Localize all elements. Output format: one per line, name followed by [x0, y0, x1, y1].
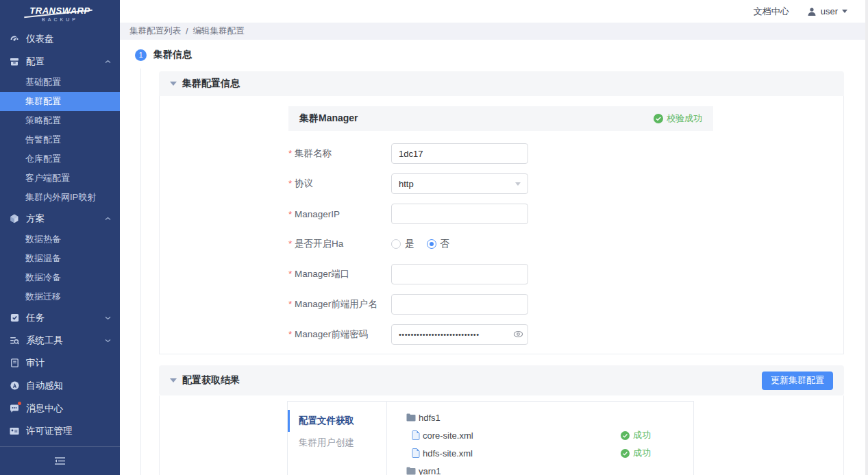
- sidebar-item-solution[interactable]: 方案: [0, 207, 120, 230]
- check-circle-icon: [621, 431, 630, 440]
- task-check-icon: [9, 313, 20, 324]
- docs-center-link[interactable]: 文档中心: [754, 5, 789, 18]
- update-cluster-config-button[interactable]: 更新集群配置: [762, 372, 833, 390]
- app-window: TRANSWARP BACKUP 仪表盘 配置 基础配置 集群配置 策略配置 告…: [0, 0, 868, 475]
- sidebar-item-label: 数据温备: [25, 252, 61, 265]
- sidebar-item-warm-backup[interactable]: 数据温备: [0, 249, 120, 268]
- sidebar-item-client-config[interactable]: 客户端配置: [0, 169, 120, 188]
- sidebar-item-label: 基础配置: [25, 76, 61, 88]
- sidebar-item-config[interactable]: 配置: [0, 50, 120, 73]
- breadcrumb-cluster-list[interactable]: 集群配置列表: [129, 25, 181, 37]
- manager-username-input[interactable]: [391, 294, 528, 315]
- check-circle-icon: [654, 114, 663, 123]
- license-card-icon: [9, 426, 20, 437]
- field-label: ManagerIP: [288, 209, 391, 219]
- file-icon: [412, 448, 420, 458]
- sidebar: TRANSWARP BACKUP 仪表盘 配置 基础配置 集群配置 策略配置 告…: [0, 0, 120, 475]
- chevron-down-icon[interactable]: [105, 339, 111, 343]
- step-number-badge: 1: [135, 49, 147, 61]
- radio-checked-icon: [427, 239, 436, 249]
- sidebar-collapse-button[interactable]: [0, 446, 120, 475]
- sidebar-item-hot-backup[interactable]: 数据热备: [0, 230, 120, 249]
- file-status: 成功: [621, 429, 651, 441]
- tools-icon: [9, 335, 20, 346]
- file-status: 成功: [621, 447, 651, 459]
- sidebar-item-basic-config[interactable]: 基础配置: [0, 73, 120, 92]
- ha-radio-no[interactable]: 否: [427, 238, 450, 250]
- breadcrumb-edit-cluster: 编辑集群配置: [193, 25, 244, 37]
- manager-port-input[interactable]: [391, 264, 528, 284]
- file-status-text: 成功: [633, 429, 651, 441]
- result-tab-list: 配置文件获取 集群用户创建: [288, 402, 387, 475]
- form-row-manager-password: Manager前端密码: [288, 324, 843, 345]
- config-file-tree: hdfs1 core-site.xml 成功: [387, 402, 693, 475]
- sidebar-item-repo-config[interactable]: 仓库配置: [0, 149, 120, 169]
- sidebar-item-label: 数据热备: [25, 233, 61, 245]
- sidebar-item-label: 审计: [26, 357, 45, 369]
- sidebar-item-cluster-config[interactable]: 集群配置: [0, 92, 120, 111]
- breadcrumb: 集群配置列表 / 编辑集群配置: [120, 23, 868, 40]
- sidebar-item-system-tools[interactable]: 系统工具: [0, 329, 120, 352]
- config-result-panel-header: 配置获取结果 更新集群配置: [159, 365, 844, 395]
- sidebar-item-label: 自动感知: [26, 380, 63, 392]
- validation-status-text: 校验成功: [667, 112, 702, 125]
- sidebar-item-label: 仓库配置: [25, 153, 61, 165]
- field-label: 协议: [288, 178, 391, 190]
- check-circle-icon: [621, 449, 630, 458]
- notification-badge: [18, 402, 21, 405]
- sidebar-item-label: 任务: [26, 312, 45, 324]
- cluster-name-input[interactable]: [391, 143, 528, 164]
- tab-config-file-fetch[interactable]: 配置文件获取: [288, 410, 386, 432]
- manager-ip-input[interactable]: [391, 204, 528, 224]
- tree-row-core-site[interactable]: core-site.xml 成功: [397, 426, 693, 444]
- config-result-panel-body: 配置文件获取 集群用户创建 hdfs1 core-site.: [159, 395, 844, 475]
- radio-unchecked-icon: [391, 239, 401, 249]
- sidebar-item-message-center[interactable]: 消息中心: [0, 397, 120, 419]
- form-row-ha: 是否开启Ha 是 否: [288, 234, 843, 254]
- radio-label: 是: [405, 238, 414, 250]
- eye-icon: [513, 329, 523, 339]
- breadcrumb-separator: /: [186, 27, 188, 36]
- sidebar-item-label: 方案: [26, 212, 45, 225]
- tree-row-hdfs-site[interactable]: hdfs-site.xml 成功: [397, 444, 693, 462]
- sidebar-item-label: 告警配置: [25, 134, 61, 146]
- user-menu[interactable]: user: [807, 6, 847, 16]
- ha-radio-yes[interactable]: 是: [391, 238, 414, 250]
- sidebar-item-audit[interactable]: 审计: [0, 352, 120, 374]
- manager-password-input[interactable]: [391, 324, 528, 345]
- collapse-caret-icon[interactable]: [170, 378, 177, 382]
- sidebar-item-alert-config[interactable]: 告警配置: [0, 130, 120, 149]
- field-label: Manager前端密码: [288, 328, 391, 341]
- user-avatar-icon: [807, 7, 817, 16]
- sidebar-item-dashboard[interactable]: 仪表盘: [0, 27, 120, 50]
- chevron-up-icon[interactable]: [105, 60, 111, 64]
- page-content: 1 集群信息 集群配置信息 集群Manager 校验成功: [120, 40, 868, 475]
- sidebar-item-label: 集群内外网IP映射: [25, 191, 96, 204]
- sidebar-item-label: 系统工具: [26, 334, 63, 347]
- vertical-scrollbar[interactable]: [865, 0, 868, 475]
- chevron-down-icon[interactable]: [105, 316, 111, 320]
- password-visibility-toggle[interactable]: [513, 329, 523, 339]
- sidebar-item-policy-config[interactable]: 策略配置: [0, 111, 120, 130]
- sidebar-item-data-migration[interactable]: 数据迁移: [0, 287, 120, 306]
- protocol-select-value: http: [399, 179, 414, 189]
- cube-icon: [9, 213, 20, 224]
- sidebar-item-auto-sense[interactable]: 自动感知: [0, 374, 120, 397]
- radio-label: 否: [441, 238, 450, 250]
- sidebar-item-license[interactable]: 许可证管理: [0, 419, 120, 442]
- chevron-up-icon[interactable]: [105, 217, 111, 221]
- tab-cluster-user-create[interactable]: 集群用户创建: [288, 432, 386, 454]
- tree-label: hdfs1: [419, 413, 441, 423]
- gauge-icon: [9, 34, 20, 45]
- folder-icon: [406, 413, 416, 422]
- cluster-manager-section-bar: 集群Manager 校验成功: [288, 106, 713, 131]
- tree-row-folder-yarn1[interactable]: yarn1: [397, 462, 693, 475]
- sidebar-item-ip-mapping[interactable]: 集群内外网IP映射: [0, 188, 120, 207]
- sidebar-item-tasks[interactable]: 任务: [0, 306, 120, 329]
- sidebar-item-cold-backup[interactable]: 数据冷备: [0, 268, 120, 287]
- protocol-select[interactable]: http: [391, 173, 528, 194]
- config-result-box: 配置文件获取 集群用户创建 hdfs1 core-site.: [287, 401, 694, 475]
- collapse-caret-icon[interactable]: [170, 82, 177, 86]
- main-area: 文档中心 user 集群配置列表 / 编辑集群配置 1 集群信息 集群配置: [120, 0, 868, 475]
- tree-row-folder-hdfs1[interactable]: hdfs1: [397, 409, 693, 426]
